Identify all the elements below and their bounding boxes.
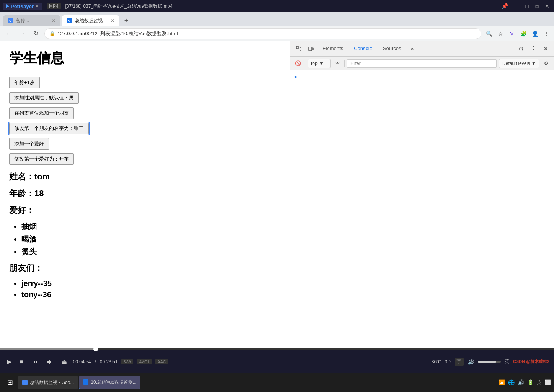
devtools-more-tabs[interactable]: » bbox=[407, 44, 417, 54]
task-favicon-1 bbox=[22, 380, 28, 385]
change-hobby-btn[interactable]: 修改第一个爱好为：开车 bbox=[9, 153, 74, 165]
address-bar[interactable]: 🔒 127.0.0.1:5500/12_列表渲染/10.总结Vue数据监测.ht… bbox=[44, 28, 481, 39]
devtools-menu-btn[interactable]: ⋮ bbox=[528, 44, 539, 54]
devtools-device-btn[interactable] bbox=[306, 44, 316, 54]
page-title: 学生信息 bbox=[9, 49, 281, 68]
sys-battery-icon[interactable]: 🔋 bbox=[527, 379, 534, 385]
console-gear-btn[interactable]: ⚙ bbox=[542, 59, 551, 68]
player-format: MP4 bbox=[47, 3, 61, 9]
player-close-btn[interactable]: ✕ bbox=[543, 2, 551, 10]
add-gender-btn[interactable]: 添加性别属性，默认值：男 bbox=[9, 92, 79, 104]
svg-rect-5 bbox=[312, 48, 313, 50]
btn-rename-friend: 修改第一个朋友的名字为：张三 bbox=[9, 123, 281, 134]
player-logo[interactable]: PotPlayer ▼ bbox=[3, 3, 42, 10]
taskbar-task-2[interactable]: 10.总结Vue数据监测... bbox=[79, 376, 140, 389]
browser-tab-inactive[interactable]: G 暂停... ✕ bbox=[3, 15, 60, 26]
player-eject-btn[interactable]: ⏏ bbox=[59, 357, 69, 366]
player-restore-btn[interactable]: ⧉ bbox=[533, 2, 540, 10]
progress-dot bbox=[93, 347, 98, 351]
devtools-tab-console[interactable]: Console bbox=[349, 43, 377, 54]
console-body[interactable]: > bbox=[290, 70, 554, 348]
player-maximize-btn[interactable]: □ bbox=[524, 2, 530, 10]
context-dropdown-arrow: ▼ bbox=[319, 61, 324, 66]
volume-slider[interactable] bbox=[478, 361, 501, 363]
devtools-settings-btn[interactable]: ⚙ bbox=[516, 44, 526, 54]
age-label: 年龄： bbox=[9, 189, 34, 198]
player-pin-btn[interactable]: 📌 bbox=[500, 2, 510, 10]
sys-network-icon[interactable]: 🌐 bbox=[508, 379, 515, 385]
console-prompt[interactable]: > bbox=[293, 74, 297, 80]
devtools-topbar: Elements Console Sources » ⚙ ⋮ ✕ bbox=[290, 41, 554, 57]
extensions-btn[interactable]: 🧩 bbox=[519, 29, 528, 38]
devtools-close-btn[interactable]: ✕ bbox=[540, 44, 551, 54]
zoom-btn[interactable]: 🔍 bbox=[484, 29, 494, 38]
player-volume-icon[interactable]: 🔊 bbox=[468, 359, 474, 365]
sys-lang-indicator[interactable]: 英 bbox=[537, 379, 541, 386]
bookmark-btn[interactable]: ☆ bbox=[496, 29, 505, 38]
sys-volume-icon[interactable]: 🔊 bbox=[518, 379, 524, 385]
console-filter-input[interactable] bbox=[347, 59, 497, 68]
devtools-tab-elements[interactable]: Elements bbox=[318, 43, 348, 54]
toolbar-separator-2 bbox=[344, 60, 345, 67]
player-play-btn[interactable]: ▶ bbox=[5, 357, 14, 366]
taskbar-task-1[interactable]: 总结数据监视 - Goo... bbox=[18, 376, 78, 389]
player-stop-btn[interactable]: ■ bbox=[18, 358, 26, 366]
devtools-tab-sources[interactable]: Sources bbox=[378, 43, 406, 54]
sys-desktop-icon[interactable]: ⬜ bbox=[544, 379, 551, 385]
friends-list: jerry--35 tony--36 bbox=[21, 279, 281, 299]
player-prev-btn[interactable]: ⏮ bbox=[30, 358, 41, 366]
forward-btn[interactable]: → bbox=[17, 28, 28, 39]
devtools-inspect-btn[interactable] bbox=[293, 44, 304, 54]
player-quality-360[interactable]: 360° bbox=[432, 359, 441, 364]
browser-navbar: ← → ↻ 🔒 127.0.0.1:5500/12_列表渲染/10.总结Vue数… bbox=[0, 26, 554, 41]
player-subtitle-icon[interactable]: 字 bbox=[455, 358, 464, 366]
browser-tab-active[interactable]: V 总结数据监视 ✕ bbox=[62, 15, 119, 26]
menu-btn[interactable]: ⋮ bbox=[542, 29, 551, 38]
console-eye-btn[interactable]: 👁 bbox=[333, 59, 342, 68]
elements-tab-label: Elements bbox=[323, 46, 343, 51]
sys-icon-arrow[interactable]: 🔼 bbox=[499, 379, 505, 385]
reload-icon: ↻ bbox=[34, 30, 39, 37]
svg-rect-4 bbox=[309, 47, 312, 51]
add-hobby-btn[interactable]: 添加一个爱好 bbox=[9, 138, 49, 150]
back-icon: ← bbox=[5, 30, 11, 37]
profile-btn[interactable]: 👤 bbox=[530, 29, 539, 38]
console-levels-dropdown[interactable]: Default levels ▼ bbox=[499, 59, 539, 68]
hobby-item-1: 抽烟 bbox=[21, 221, 281, 232]
console-clear-btn[interactable]: 🚫 bbox=[293, 59, 303, 68]
toolbar-separator-1 bbox=[305, 60, 305, 67]
tab-close-active[interactable]: ✕ bbox=[110, 18, 115, 23]
hobbies-label: 爱好： bbox=[9, 205, 281, 216]
btn-add-hobby: 添加一个爱好 bbox=[9, 138, 281, 150]
age-plus-btn[interactable]: 年龄+1岁 bbox=[9, 77, 40, 88]
btn-age: 年龄+1岁 bbox=[9, 77, 281, 88]
name-value: tom bbox=[34, 172, 50, 181]
reload-btn[interactable]: ↻ bbox=[31, 28, 41, 39]
player-lang[interactable]: 英 bbox=[505, 358, 509, 365]
name-line: 姓名：tom bbox=[9, 171, 281, 182]
back-btn[interactable]: ← bbox=[3, 28, 14, 39]
new-tab-btn[interactable]: + bbox=[121, 15, 132, 26]
btn-change-hobby: 修改第一个爱好为：开车 bbox=[9, 153, 281, 165]
volume-fill bbox=[478, 361, 496, 363]
rename-friend-btn[interactable]: 修改第一个朋友的名字为：张三 bbox=[9, 123, 89, 134]
devtools-panel: Elements Console Sources » ⚙ ⋮ ✕ 🚫 bbox=[290, 41, 554, 348]
webpage: 学生信息 年龄+1岁 添加性别属性，默认值：男 在列表首位添加一个朋友 修改第一… bbox=[0, 41, 290, 348]
player-controls-row: ▶ ■ ⏮ ⏭ ⏏ 00:04:54 / 00:23:51 S/W AVC1 A… bbox=[0, 350, 554, 373]
extension-btn[interactable]: V bbox=[507, 29, 517, 38]
taskbar: ⊞ 总结数据监视 - Goo... 10.总结Vue数据监测... 🔼 🌐 🔊 … bbox=[0, 373, 554, 392]
friend-item-1: jerry--35 bbox=[21, 279, 281, 288]
start-btn[interactable]: ⊞ bbox=[3, 376, 17, 389]
add-friend-btn[interactable]: 在列表首位添加一个朋友 bbox=[9, 107, 74, 119]
taskbar-system: 🔼 🌐 🔊 🔋 英 ⬜ bbox=[499, 379, 551, 386]
player-minimize-btn[interactable]: — bbox=[513, 2, 521, 10]
tab-close-inactive[interactable]: ✕ bbox=[51, 18, 56, 23]
player-time-sep: / bbox=[95, 359, 96, 364]
levels-label: Default levels bbox=[502, 61, 530, 66]
progress-bar[interactable] bbox=[0, 348, 554, 350]
player-next-btn[interactable]: ⏭ bbox=[44, 358, 55, 366]
player-quality-3d[interactable]: 3D bbox=[445, 359, 451, 364]
console-context-dropdown[interactable]: top ▼ bbox=[308, 59, 331, 68]
player-total-time: 00:23:51 bbox=[100, 359, 118, 364]
friend-item-2: tony--36 bbox=[21, 290, 281, 299]
